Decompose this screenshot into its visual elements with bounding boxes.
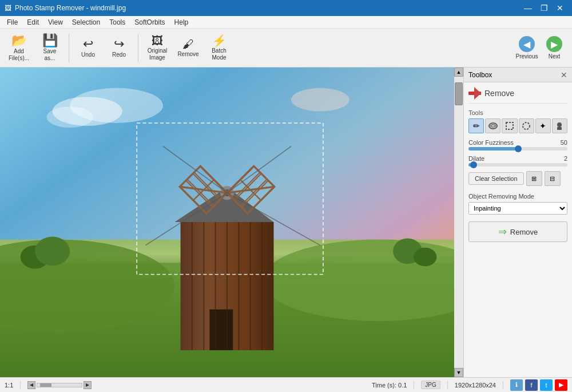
dilate-track bbox=[468, 163, 567, 167]
status-sep-2 bbox=[414, 381, 414, 389]
dilate-label: Dilate bbox=[468, 155, 484, 162]
tool-stamp[interactable] bbox=[552, 118, 567, 133]
tools-row: ✏ ✦ bbox=[468, 118, 567, 133]
remove-arrows-icon: ⇒ bbox=[498, 225, 507, 238]
toolbox-title: Toolbox bbox=[468, 71, 492, 79]
zoom-value: 1:1 bbox=[5, 382, 13, 389]
toolbar-separator-1 bbox=[69, 34, 69, 62]
color-fuzziness-label: Color Fuzziness bbox=[468, 139, 514, 146]
svg-point-56 bbox=[489, 123, 497, 129]
horizontal-scroll[interactable]: ◀ ▶ bbox=[27, 381, 92, 389]
object-removing-mode-select[interactable]: Inpainting Content-Aware Fill Smearing bbox=[468, 202, 567, 215]
toolbar-nav: ◀ Previous ▶ Next bbox=[514, 31, 567, 65]
status-sep-3 bbox=[447, 381, 448, 389]
remove-button[interactable]: 🖌 Remove bbox=[174, 31, 202, 65]
dilate-slider-row: Dilate 2 bbox=[468, 155, 567, 167]
twitter-button[interactable]: t bbox=[540, 379, 553, 391]
vertical-scrollbar[interactable]: ▲ ▼ bbox=[454, 68, 463, 377]
toolbar-separator-2 bbox=[138, 34, 138, 62]
canvas-area[interactable]: ▲ ▼ bbox=[0, 68, 463, 377]
undo-icon: ↩ bbox=[83, 38, 93, 50]
window-title: Photo Stamp Remover - windmill.jpg bbox=[15, 4, 126, 12]
menu-selection[interactable]: Selection bbox=[67, 17, 105, 27]
color-fuzziness-track bbox=[468, 147, 567, 151]
time-status: Time (s): 0.1 bbox=[372, 382, 407, 389]
info-button[interactable]: ℹ bbox=[510, 379, 523, 391]
maximize-button[interactable]: ❐ bbox=[537, 2, 551, 14]
scroll-down-button[interactable]: ▼ bbox=[454, 368, 463, 377]
menu-help[interactable]: Help bbox=[170, 17, 193, 27]
menu-file[interactable]: File bbox=[2, 17, 22, 27]
tool-ellipse-select[interactable] bbox=[519, 118, 534, 133]
redo-button[interactable]: ↪ Redo bbox=[105, 31, 133, 65]
svg-marker-55 bbox=[474, 87, 481, 100]
select-all-button[interactable]: ⊞ bbox=[526, 171, 542, 186]
scroll-up-button[interactable]: ▲ bbox=[454, 68, 463, 77]
batch-mode-label: BatchMode bbox=[212, 47, 227, 61]
scroll-thumb-h[interactable] bbox=[40, 383, 51, 387]
color-fuzziness-slider-row: Color Fuzziness 50 bbox=[468, 139, 567, 151]
next-button[interactable]: ▶ Next bbox=[541, 31, 567, 65]
batch-mode-icon: ⚡ bbox=[212, 35, 227, 46]
original-image-label: OriginalImage bbox=[148, 47, 167, 61]
title-bar: 🖼 Photo Stamp Remover - windmill.jpg — ❐… bbox=[0, 0, 572, 16]
add-files-button[interactable]: 📂 AddFile(s)... bbox=[5, 31, 33, 65]
svg-point-59 bbox=[523, 122, 530, 129]
status-sep-1 bbox=[20, 381, 21, 389]
minimize-button[interactable]: — bbox=[521, 2, 535, 14]
tool-lasso[interactable] bbox=[485, 118, 500, 133]
tool-rect-select[interactable] bbox=[502, 118, 517, 133]
menu-softorbits[interactable]: SoftOrbits bbox=[130, 17, 169, 27]
save-as-button[interactable]: 💾 Saveas... bbox=[35, 31, 64, 65]
next-label: Next bbox=[549, 53, 561, 60]
batch-mode-button[interactable]: ⚡ BatchMode bbox=[205, 31, 233, 65]
toolbox-body: Remove Tools ✏ ✦ bbox=[464, 82, 572, 377]
youtube-button[interactable]: ▶ bbox=[555, 379, 567, 391]
original-image-button[interactable]: 🖼 OriginalImage bbox=[143, 31, 172, 65]
svg-rect-58 bbox=[506, 122, 513, 129]
add-files-label: AddFile(s)... bbox=[9, 48, 29, 62]
clear-selection-button[interactable]: Clear Selection bbox=[468, 172, 524, 185]
menu-tools[interactable]: Tools bbox=[105, 17, 130, 27]
scroll-left-button[interactable]: ◀ bbox=[27, 381, 35, 389]
color-fuzziness-value: 50 bbox=[561, 139, 567, 146]
status-right: Time (s): 0.1 JPG 1920x1280x24 ℹ f t ▶ bbox=[372, 379, 567, 391]
prev-arrow-icon: ◀ bbox=[519, 36, 535, 52]
undo-label: Undo bbox=[81, 52, 95, 58]
scroll-right-button[interactable]: ▶ bbox=[84, 381, 92, 389]
scroll-thumb-v[interactable] bbox=[455, 82, 463, 105]
tools-section-label: Tools bbox=[468, 109, 567, 116]
menu-bar: File Edit View Selection Tools SoftOrbit… bbox=[0, 16, 572, 29]
zoom-level: 1:1 bbox=[5, 382, 13, 389]
toolbox-panel: Toolbox ✕ Remove Tools ✏ bbox=[463, 68, 572, 377]
scroll-track-v bbox=[454, 77, 463, 368]
invert-selection-button[interactable]: ⊟ bbox=[545, 171, 561, 186]
remove-icon: 🖌 bbox=[182, 38, 194, 50]
undo-button[interactable]: ↩ Undo bbox=[74, 31, 102, 65]
remove-label: Remove bbox=[177, 51, 198, 57]
dilate-thumb[interactable] bbox=[470, 161, 477, 168]
color-fuzziness-thumb[interactable] bbox=[515, 145, 522, 152]
previous-button[interactable]: ◀ Previous bbox=[514, 31, 540, 65]
app-icon: 🖼 bbox=[5, 4, 11, 12]
remove-section-header: Remove bbox=[468, 87, 567, 104]
svg-point-3 bbox=[46, 106, 93, 128]
object-removing-mode-label: Object Removing Mode bbox=[468, 193, 567, 200]
next-arrow-icon: ▶ bbox=[546, 36, 562, 52]
facebook-button[interactable]: f bbox=[525, 379, 538, 391]
redo-label: Redo bbox=[112, 52, 126, 58]
tool-magic-wand[interactable]: ✦ bbox=[535, 118, 551, 133]
svg-rect-15 bbox=[209, 310, 233, 350]
window-controls: — ❐ ✕ bbox=[521, 2, 567, 14]
scroll-track-h bbox=[37, 383, 82, 387]
toolbox-close-button[interactable]: ✕ bbox=[561, 70, 567, 80]
svg-point-12 bbox=[414, 248, 437, 267]
redo-icon: ↪ bbox=[114, 38, 124, 50]
tool-brush[interactable]: ✏ bbox=[468, 118, 484, 133]
remove-action-button[interactable]: ⇒ Remove bbox=[468, 221, 567, 242]
toolbar: 📂 AddFile(s)... 💾 Saveas... ↩ Undo ↪ Red… bbox=[0, 29, 572, 68]
dilate-value: 2 bbox=[564, 155, 567, 162]
menu-edit[interactable]: Edit bbox=[22, 17, 43, 27]
menu-view[interactable]: View bbox=[43, 17, 67, 27]
close-button[interactable]: ✕ bbox=[553, 2, 567, 14]
